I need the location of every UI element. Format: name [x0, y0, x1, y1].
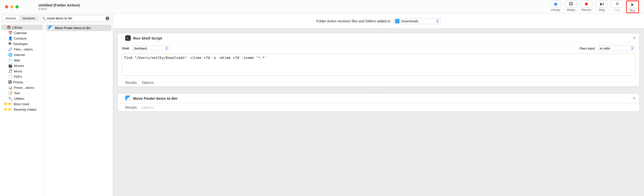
library-root-label: Library	[12, 26, 22, 29]
photos-icon	[8, 80, 12, 84]
tree-item-contacts[interactable]: Contacts	[1, 36, 43, 41]
tree-item-internet[interactable]: Internet	[1, 52, 43, 58]
action-run-shell-script[interactable]: ˅ >_ Run Shell Script ✕ Shell: /bin/bash…	[118, 33, 640, 87]
titlebar: Untitled (Folder Action) Edited ▣ Librar…	[0, 0, 644, 14]
tree-item-mail[interactable]: Mail	[1, 58, 43, 63]
library-root[interactable]: ˅ Library	[1, 25, 43, 30]
action-title: Run Shell Script	[133, 36, 162, 40]
close-icon[interactable]: ✕	[633, 36, 636, 40]
result-move-finder-items[interactable]: Move Finder Items to Bin	[46, 25, 112, 31]
run-toolbar-button[interactable]: Run	[626, 1, 639, 13]
chevron-down-icon: ˅	[3, 26, 5, 29]
music-icon	[8, 69, 12, 73]
folder-icon	[395, 19, 400, 23]
chevron-updown-icon: ▲▼	[631, 46, 634, 50]
pass-input-value: to stdin	[600, 47, 610, 50]
tree-item-calendar[interactable]: Calendar	[1, 30, 43, 36]
action-title: Move Finder Items to Bin	[133, 96, 178, 100]
stop-toolbar-button[interactable]: Stop	[611, 1, 624, 12]
finder-icon	[125, 96, 131, 101]
tree-item-utilities[interactable]: Utilities	[1, 96, 43, 101]
pass-input-label: Pass input:	[580, 47, 596, 50]
fullscreen-window-button[interactable]	[16, 5, 19, 9]
tree-item-pdfs[interactable]: PDFs	[1, 74, 43, 79]
tab-actions[interactable]: Actions	[2, 16, 19, 21]
workflow-canvas[interactable]: ˅ >_ Run Shell Script ✕ Shell: /bin/bash…	[113, 29, 644, 196]
results-tab[interactable]: Results	[125, 81, 137, 85]
calendar-icon	[8, 31, 12, 35]
search-input[interactable]	[40, 15, 111, 21]
record-icon	[585, 3, 588, 6]
internet-icon	[8, 53, 12, 57]
tree-item-files[interactable]: Files…olders	[1, 47, 43, 52]
clear-search-icon[interactable]: ✕	[106, 17, 109, 20]
folder-icon: 📁	[4, 102, 12, 106]
terminal-icon: >_	[125, 35, 131, 41]
results-tab[interactable]: Results	[125, 105, 137, 109]
window-title: Untitled (Folder Action)	[38, 3, 80, 7]
play-icon	[631, 3, 634, 6]
mail-icon	[8, 58, 12, 62]
folder-name: Downloads	[401, 19, 418, 23]
library-tree: ˅ Library Calendar Contacts Developer Fi…	[0, 23, 45, 196]
contacts-icon	[8, 36, 12, 40]
tree-item-developer[interactable]: Developer	[1, 41, 43, 47]
library-icon	[7, 25, 11, 29]
minimize-window-button[interactable]	[10, 5, 14, 9]
action-move-finder-items[interactable]: ˅ Move Finder Items to Bin ✕ Results Opt…	[118, 93, 640, 112]
chevron-down-icon[interactable]: ˅	[121, 37, 123, 40]
text-icon	[8, 91, 12, 95]
step-toolbar-button[interactable]: ▶ Step	[595, 1, 608, 12]
presentations-icon	[8, 86, 12, 90]
options-tab: Options	[142, 105, 154, 109]
tree-item-most-used[interactable]: 📁Most Used	[1, 101, 43, 107]
chevron-updown-icon: ▲▼	[436, 19, 439, 23]
search-icon: 🔍	[42, 17, 46, 20]
workflow-area: Folder Action receives files and folders…	[113, 14, 644, 196]
toolbar: ▣ Library 🖼 Media Record ▶ Step Stop Run	[549, 1, 639, 13]
pass-input-select[interactable]: to stdin ▲▼	[598, 46, 635, 51]
tree-item-music[interactable]: Music	[1, 68, 43, 74]
media-icon: 🖼	[569, 2, 573, 6]
workflow-header-text: Folder Action receives files and folders…	[316, 19, 390, 23]
chevron-updown-icon: ▲▼	[165, 46, 168, 50]
search-wrap: 🔍 ✕	[40, 15, 111, 21]
sidebar: Actions Variables 🔍 ✕ ˅ Library Calendar…	[0, 14, 113, 196]
finder-icon	[48, 26, 53, 30]
options-tab[interactable]: Options	[142, 81, 154, 85]
shell-label: Shell:	[122, 47, 130, 50]
tree-item-photos[interactable]: Photos	[1, 79, 43, 85]
tree-item-text[interactable]: Text	[1, 90, 43, 96]
workflow-header: Folder Action receives files and folders…	[113, 14, 644, 29]
tree-item-movies[interactable]: Movies	[1, 63, 43, 68]
sidebar-tabs: Actions Variables	[2, 15, 39, 21]
tree-item-presentations[interactable]: Prese…ations	[1, 85, 43, 90]
utilities-icon	[8, 97, 12, 100]
tree-item-recently-added[interactable]: 📁Recently Added	[1, 107, 43, 112]
media-toolbar-button[interactable]: 🖼 Media	[564, 1, 578, 12]
stop-icon	[616, 3, 619, 5]
movies-icon	[8, 64, 12, 68]
record-toolbar-button[interactable]: Record	[580, 1, 593, 12]
step-icon: ▶	[600, 2, 604, 6]
finder-icon	[8, 47, 12, 51]
shell-select[interactable]: /bin/bash ▲▼	[132, 46, 170, 51]
folder-icon: 📁	[4, 107, 12, 111]
title-block: Untitled (Folder Action) Edited	[38, 3, 80, 11]
result-label: Move Finder Items to Bin	[55, 26, 91, 30]
close-icon[interactable]: ✕	[633, 96, 636, 100]
sidebar-top: Actions Variables 🔍 ✕	[0, 14, 113, 23]
developer-icon	[8, 42, 12, 46]
pdf-icon	[8, 75, 12, 79]
shell-value: /bin/bash	[134, 47, 147, 50]
traffic-lights	[5, 5, 19, 9]
script-textarea[interactable]: find "/Users/smithy/Downloads" -ctime +7…	[122, 54, 635, 76]
chevron-down-icon[interactable]: ˅	[121, 97, 123, 100]
tab-variables[interactable]: Variables	[19, 16, 38, 21]
folder-select[interactable]: Downloads ▲▼	[393, 18, 440, 24]
action-results: Move Finder Items to Bin	[45, 23, 113, 196]
close-window-button[interactable]	[5, 5, 8, 9]
window-subtitle: Edited	[38, 7, 80, 11]
library-toolbar-button[interactable]: ▣ Library	[549, 1, 562, 12]
library-icon: ▣	[554, 2, 558, 6]
